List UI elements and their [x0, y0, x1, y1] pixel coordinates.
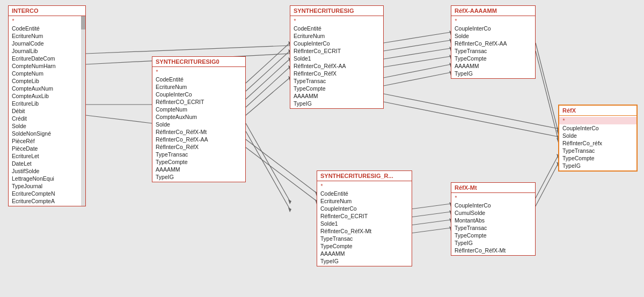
table-row: CompteAuxNum: [9, 85, 85, 92]
table-row: CodeEntité: [9, 25, 85, 32]
table-row: RéfInterCo_ECRIT: [290, 47, 383, 55]
table-refx-aaaamm-title: RéfX-AAAAMM: [451, 6, 535, 16]
table-row: CoupleInterCo: [152, 91, 245, 98]
table-row: TypeIG: [290, 100, 383, 107]
table-row: RéfInterCo_RéfX-AA: [152, 136, 245, 143]
table-row: RéfInterCo_ECRIT: [317, 212, 412, 220]
svg-line-10: [246, 51, 290, 91]
table-refx-mt-title: RéfX-Mt: [451, 183, 535, 193]
svg-line-44: [411, 212, 451, 217]
table-row: TypeCompte: [290, 85, 383, 92]
svg-line-28: [384, 40, 451, 51]
table-refx: RéfX * CoupleInterCo Solde RéfInterCo_ré…: [558, 105, 638, 172]
table-refx-body: * CoupleInterCo Solde RéfInterCo_réfx Ty…: [559, 116, 636, 170]
svg-line-38: [384, 94, 558, 129]
table-row: CoupleInterCo: [451, 202, 535, 209]
svg-line-16: [246, 78, 290, 115]
table-row: TypeIG: [559, 162, 636, 169]
svg-line-36: [384, 72, 451, 86]
table-refx-aaaamm-body: * CoupleInterCo Solde RéfInterCo_RéfX-AA…: [451, 16, 535, 78]
table-row: CoupleInterCo: [451, 25, 535, 32]
svg-line-22: [246, 139, 317, 193]
table-row: CompteAuxLib: [9, 92, 85, 100]
table-row: CompteNumHarn: [9, 62, 85, 70]
table-row: TypeTransac: [317, 235, 412, 242]
table-row: TypeIG: [317, 257, 412, 265]
table-row: RéfInterCo_RéfX-AA: [451, 40, 535, 47]
table-row: Crédit: [9, 115, 85, 122]
table-row: RéfInterCO_ECRIT: [152, 98, 245, 106]
table-row: RéfInterCo_réfx: [559, 139, 636, 147]
table-row: MontantAbs: [451, 217, 535, 224]
table-row: *: [451, 17, 535, 25]
table-refx-mt-body: * CoupleInterCo CumulSolde MontantAbs Ty…: [451, 193, 535, 255]
table-row: TypeIG: [451, 239, 535, 247]
table-row: AAAAMM: [317, 250, 412, 257]
svg-line-8: [246, 43, 290, 83]
svg-line-18: [246, 123, 290, 201]
table-row: TypeTransac: [152, 151, 245, 158]
table-row: CoupleInterCo: [559, 124, 636, 132]
table-row: DateLet: [9, 160, 85, 167]
table-row: EcritureCompteA: [9, 197, 85, 205]
svg-line-48: [411, 228, 451, 233]
table-row: *: [317, 182, 412, 190]
svg-marker-19: [288, 199, 291, 204]
table-row: JustifSolde: [9, 167, 85, 175]
table-row: TypeCompte: [559, 154, 636, 162]
table-synthecrituresig: SYNTHECRITURESIG * CodeEntité EcritureNu…: [290, 5, 384, 109]
table-row: TypeTransac: [451, 47, 535, 55]
table-row: CoupleInterCo: [290, 40, 383, 47]
table-row: TypeCompte: [451, 55, 535, 62]
table-row: *: [152, 68, 245, 76]
table-row: AAAAMM: [451, 62, 535, 70]
svg-line-50: [536, 43, 558, 131]
table-synthecrituresig-title: SYNTHECRITURESIG: [290, 6, 383, 16]
table-row: CumulSolde: [451, 209, 535, 217]
table-row: TypeIG: [451, 70, 535, 77]
table-row: JournalLib: [9, 47, 85, 55]
table-row: AAAAMM: [290, 92, 383, 100]
table-row: *: [290, 17, 383, 25]
table-row: EcritureNum: [152, 83, 245, 91]
table-row: TypeJournal: [9, 182, 85, 190]
table-row: EcritureLet: [9, 152, 85, 160]
table-row: CompteNum: [9, 70, 85, 77]
table-row: EcritureNum: [317, 197, 412, 205]
svg-line-24: [246, 147, 317, 201]
svg-line-14: [246, 67, 290, 107]
table-row: TypeCompte: [317, 242, 412, 250]
table-row: RéfInterCo_RéfX-Mt: [451, 247, 535, 254]
table-synthecrituresig-r: SYNTHECRITURESIG_R... * CodeEntité Ecrit…: [317, 170, 412, 266]
table-row: EcritureNum: [290, 32, 383, 40]
table-row: EcritureLib: [9, 100, 85, 107]
table-row: EcritureNum: [9, 32, 85, 40]
svg-line-54: [534, 155, 558, 201]
table-row: Solde: [559, 132, 636, 139]
table-row: EcritureCompteN: [9, 190, 85, 197]
table-row: LettrageNonEqui: [9, 175, 85, 182]
svg-line-4: [86, 46, 290, 54]
svg-line-56: [534, 164, 558, 209]
svg-marker-21: [288, 207, 291, 212]
svg-line-26: [384, 32, 451, 43]
svg-line-42: [411, 204, 451, 209]
svg-line-46: [411, 220, 451, 225]
svg-line-12: [246, 59, 290, 99]
table-synthecrituresig0-body: * CodeEntité EcritureNum CoupleInterCo R…: [152, 67, 245, 182]
svg-line-2: [86, 115, 152, 123]
table-row: CodeEntité: [290, 25, 383, 32]
svg-line-20: [246, 131, 290, 209]
table-refx-aaaamm: RéfX-AAAAMM * CoupleInterCo Solde RéfInt…: [451, 5, 536, 79]
table-row: TypeCompte: [451, 232, 535, 239]
table-row: AAAAMM: [152, 166, 245, 173]
table-row: TypeTransac: [290, 77, 383, 85]
table-row: RéfInterCo_RéfX: [152, 143, 245, 151]
table-row: SoldeNonSigné: [9, 130, 85, 137]
table-refx-title: RéfX: [559, 106, 636, 116]
table-row: PièceDate: [9, 145, 85, 152]
table-interco-body: * CodeEntité EcritureNum JournalCode Jou…: [9, 16, 85, 206]
table-row: RéfInterCo_RéfX-Mt: [317, 227, 412, 235]
table-row: EcritureDateCom: [9, 55, 85, 62]
table-row: TypeTransac: [559, 147, 636, 154]
